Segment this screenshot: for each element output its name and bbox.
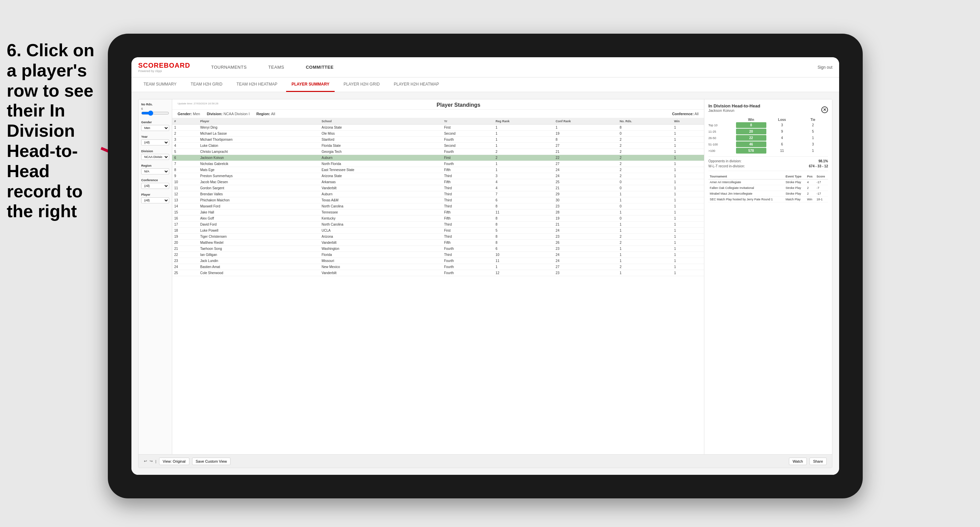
table-row[interactable]: 18 Luke Powell UCLA First 5 24 1 1: [172, 228, 704, 234]
nav-committee[interactable]: COMMITTEE: [302, 62, 338, 72]
gender-select[interactable]: Men: [141, 125, 169, 131]
region-select[interactable]: N/A: [141, 168, 169, 175]
cell-win: 1: [672, 131, 704, 137]
table-row[interactable]: 16 Alex Goff Kentucky Fifth 8 19 0 1: [172, 216, 704, 222]
player-select[interactable]: (All): [141, 197, 169, 203]
cell-conf: 23: [554, 234, 618, 240]
cell-win: 1: [672, 228, 704, 234]
cell-num: 19: [172, 234, 198, 240]
cell-reg: 6: [494, 246, 554, 252]
sub-nav-team-summary[interactable]: TEAM SUMMARY: [138, 77, 182, 92]
cell-reg: 8: [494, 240, 554, 246]
cell-reg: 8: [494, 203, 554, 210]
cell-player: Jacob Mac Diesen: [198, 179, 320, 185]
table-row[interactable]: 19 Tiger Christensen Arizona Third 8 23 …: [172, 234, 704, 240]
table-row[interactable]: 3 Michael Thorbjornsen Stanford Fourth 1…: [172, 137, 704, 143]
table-row[interactable]: 22 Ian Gilligan Florida Third 10 24 1 1: [172, 252, 704, 258]
tournament-row: Fallen Oak Collegiate Invitational Strok…: [708, 185, 828, 191]
table-row[interactable]: 4 Luke Claton Florida State Second 1 27 …: [172, 143, 704, 149]
table-row[interactable]: 14 Maxwell Ford North Carolina Third 8 2…: [172, 203, 704, 210]
cell-reg: 4: [494, 179, 554, 185]
sign-out-link[interactable]: Sign out: [818, 65, 832, 70]
watch-button[interactable]: Watch: [789, 458, 807, 465]
sub-nav-team-h2h-grid[interactable]: TEAM H2H GRID: [185, 77, 228, 92]
standings-table: # Player School Yr Reg Rank Conf Rank No…: [172, 118, 704, 276]
region-display-value: All: [271, 112, 275, 116]
h2h-loss-cell: 6: [767, 141, 797, 147]
cell-school: Missouri: [320, 258, 442, 264]
table-row[interactable]: 17 David Ford North Carolina Third 8 21 …: [172, 222, 704, 228]
table-row[interactable]: 15 Jake Hall Tennessee Fifth 11 28 1 1: [172, 210, 704, 216]
conference-select[interactable]: (All): [141, 183, 169, 189]
cell-rds: 0: [618, 179, 672, 185]
cell-conf: 8: [554, 137, 618, 143]
sub-nav-player-summary[interactable]: PLAYER SUMMARY: [286, 77, 335, 92]
h2h-close-button[interactable]: ✕: [821, 106, 828, 113]
filter-division: Division NCAA Division I: [141, 149, 169, 160]
cell-conf: 29: [554, 191, 618, 197]
cell-yr: Third: [442, 197, 494, 203]
sub-nav-player-h2h-heatmap[interactable]: PLAYER H2H HEATMAP: [388, 77, 444, 92]
cell-yr: Second: [442, 143, 494, 149]
table-row[interactable]: 8 Mats Ege East Tennessee State Fifth 1 …: [172, 167, 704, 173]
tournament-name: SEC Match Play hosted by Jerry Pate Roun…: [708, 197, 784, 202]
cell-reg: 8: [494, 216, 554, 222]
cell-school: Arizona State: [320, 125, 442, 131]
cell-reg: 8: [494, 222, 554, 228]
standings-table-wrap[interactable]: # Player School Yr Reg Rank Conf Rank No…: [172, 118, 704, 454]
cell-school: New Mexico: [320, 264, 442, 270]
cell-win: 1: [672, 191, 704, 197]
cell-yr: Second: [442, 131, 494, 137]
table-row[interactable]: 11 Gordon Sargent Vanderbilt Third 4 21 …: [172, 185, 704, 191]
tournament-event-type: Match Play: [784, 197, 806, 202]
nav-tournaments[interactable]: TOURNAMENTS: [207, 62, 251, 72]
table-row[interactable]: 12 Brendan Valles Auburn Third 7 29 1 1: [172, 191, 704, 197]
h2h-win-cell: 8: [736, 122, 766, 128]
table-row[interactable]: 2 Michael La Sasse Ole Miss Second 1 19 …: [172, 131, 704, 137]
view-original-button[interactable]: View: Original: [159, 458, 189, 465]
share-button[interactable]: Share: [810, 458, 827, 465]
center-panel: No Rds. 6 Gender Men Year: [138, 99, 832, 468]
table-row[interactable]: 9 Preston Summerhays Arizona State Third…: [172, 173, 704, 179]
table-row[interactable]: 7 Nicholas Gabrelcik North Florida Fourt…: [172, 161, 704, 167]
cell-rds: 0: [618, 216, 672, 222]
table-row[interactable]: 25 Cole Sherwood Vanderbilt Fourth 12 23…: [172, 270, 704, 276]
sub-nav-team-h2h-heatmap[interactable]: TEAM H2H HEATMAP: [231, 77, 283, 92]
table-row[interactable]: 23 Jack Lundin Missouri Fourth 11 24 1 1: [172, 258, 704, 264]
h2h-loss-col: Loss: [767, 118, 797, 122]
table-row[interactable]: 6 Jackson Koivun Auburn First 2 22 2 1: [172, 155, 704, 161]
table-row[interactable]: 21 Taehoon Song Washington Fourth 6 23 1…: [172, 246, 704, 252]
h2h-range-label: 26-50: [708, 137, 735, 140]
toolbar-undo-icon[interactable]: ↩: [144, 459, 147, 464]
cell-rds: 2: [618, 240, 672, 246]
cell-rds: 2: [618, 161, 672, 167]
no-rds-slider[interactable]: [141, 110, 169, 116]
table-row[interactable]: 1 Wenyi Ding Arizona State First 1 1 8 1: [172, 125, 704, 131]
division-select[interactable]: NCAA Division I: [141, 154, 169, 160]
tournament-pos: 4: [806, 179, 815, 185]
cell-yr: Third: [442, 222, 494, 228]
h2h-tie-cell: 5: [798, 129, 828, 134]
year-filter-label: Year: [141, 135, 169, 138]
save-custom-button[interactable]: Save Custom View: [192, 458, 231, 465]
cell-win: 1: [672, 197, 704, 203]
sub-nav-player-h2h-grid[interactable]: PLAYER H2H GRID: [338, 77, 385, 92]
update-time: Update time: 27/03/2024 16:56:26: [178, 102, 218, 105]
toolbar-redo-icon[interactable]: ↪: [150, 459, 153, 464]
table-row[interactable]: 24 Bastien Amat New Mexico Fourth 1 27 2…: [172, 264, 704, 270]
table-row[interactable]: 10 Jacob Mac Diesen Arkansas Fifth 4 25 …: [172, 179, 704, 185]
nav-teams[interactable]: TEAMS: [264, 62, 288, 72]
cell-win: 1: [672, 137, 704, 143]
table-row[interactable]: 13 Phichakon Maichon Texas A&M Third 6 3…: [172, 197, 704, 203]
h2h-row: Top 10 8 3 2: [708, 122, 828, 128]
filter-gender: Gender Men: [141, 121, 169, 131]
col-no-rds: No. Rds.: [618, 118, 672, 125]
table-row[interactable]: 5 Christo Lampracht Georgia Tech Fourth …: [172, 149, 704, 155]
cell-yr: Third: [442, 203, 494, 210]
gender-display-label: Gender:: [178, 112, 192, 116]
gender-filter-label: Gender: [141, 121, 169, 124]
table-row[interactable]: 20 Matthew Riedel Vanderbilt Fifth 8 26 …: [172, 240, 704, 246]
cell-rds: 2: [618, 234, 672, 240]
h2h-panel: In Division Head-to-Head Jackson Koivun …: [704, 99, 832, 454]
year-select[interactable]: (All): [141, 140, 169, 146]
